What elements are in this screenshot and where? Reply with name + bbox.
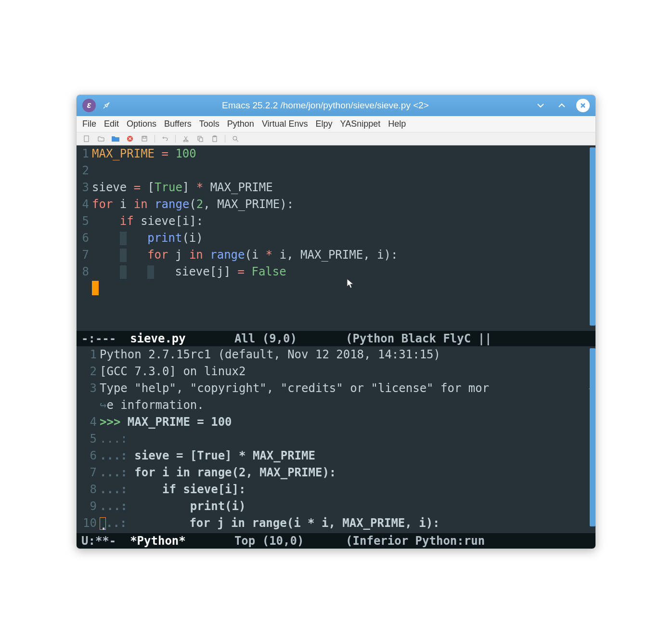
menu-python[interactable]: Python [227, 119, 254, 129]
editor-pane-source[interactable]: 12345678 MAX_PRIME = 100sieve = [True] *… [77, 145, 595, 331]
editor-pane-repl[interactable]: 12345678910 Python 2.7.15rc1 (default, N… [77, 346, 595, 533]
search-icon[interactable] [231, 134, 240, 143]
modeline-repl[interactable]: U:**- *Python* Top (10,0) (Inferior Pyth… [77, 533, 595, 549]
menu-tools[interactable]: Tools [199, 119, 220, 129]
toolbar [77, 132, 595, 145]
svg-point-10 [233, 136, 237, 140]
menu-yasnippet[interactable]: YASnippet [340, 119, 381, 129]
modeline-source[interactable]: -:--- sieve.py All (9,0) (Python Black F… [77, 331, 595, 346]
menu-virtual-envs[interactable]: Virtual Envs [262, 119, 308, 129]
menu-options[interactable]: Options [127, 119, 156, 129]
scrollbar[interactable] [590, 147, 595, 326]
paste-icon[interactable] [210, 134, 219, 143]
menu-edit[interactable]: Edit [104, 119, 119, 129]
repl-content[interactable]: Python 2.7.15rc1 (default, Nov 12 2018, … [99, 346, 595, 532]
titlebar[interactable]: ε Emacs 25.2.2 /home/jon/python/sieve/si… [77, 95, 595, 116]
toolbar-separator [175, 135, 176, 143]
svg-line-11 [236, 140, 238, 142]
menu-elpy[interactable]: Elpy [316, 119, 333, 129]
code-content[interactable]: MAX_PRIME = 100sieve = [True] * MAX_PRIM… [91, 145, 595, 297]
svg-rect-8 [213, 136, 217, 142]
close-icon[interactable] [576, 99, 590, 112]
menu-help[interactable]: Help [388, 119, 406, 129]
minimize-icon[interactable] [534, 99, 547, 112]
menu-file[interactable]: File [82, 119, 96, 129]
menu-buffers[interactable]: Buffers [164, 119, 192, 129]
menubar: File Edit Options Buffers Tools Python V… [77, 116, 595, 132]
copy-icon[interactable] [196, 134, 205, 143]
line-gutter: 12345678 [77, 145, 91, 297]
save-icon[interactable] [140, 134, 149, 143]
svg-rect-0 [84, 136, 89, 142]
maximize-icon[interactable] [555, 99, 569, 112]
svg-rect-7 [199, 138, 203, 142]
app-icon: ε [82, 99, 96, 112]
pin-icon[interactable] [102, 101, 111, 110]
line-gutter: 12345678910 [77, 346, 99, 532]
window-title: Emacs 25.2.2 /home/jon/python/sieve/siev… [117, 100, 534, 111]
cut-icon[interactable] [181, 134, 190, 143]
new-file-icon[interactable] [82, 134, 91, 143]
close-file-icon[interactable] [126, 134, 134, 143]
svg-rect-3 [143, 136, 146, 138]
mouse-cursor-icon [346, 278, 356, 292]
toolbar-separator [225, 135, 225, 143]
toolbar-separator [155, 135, 155, 143]
app-window: ε Emacs 25.2.2 /home/jon/python/sieve/si… [76, 94, 596, 549]
scrollbar[interactable] [590, 348, 595, 526]
undo-icon[interactable] [161, 134, 169, 143]
folder-icon[interactable] [111, 134, 120, 143]
window-controls [534, 99, 590, 112]
open-folder-icon[interactable] [97, 134, 105, 143]
